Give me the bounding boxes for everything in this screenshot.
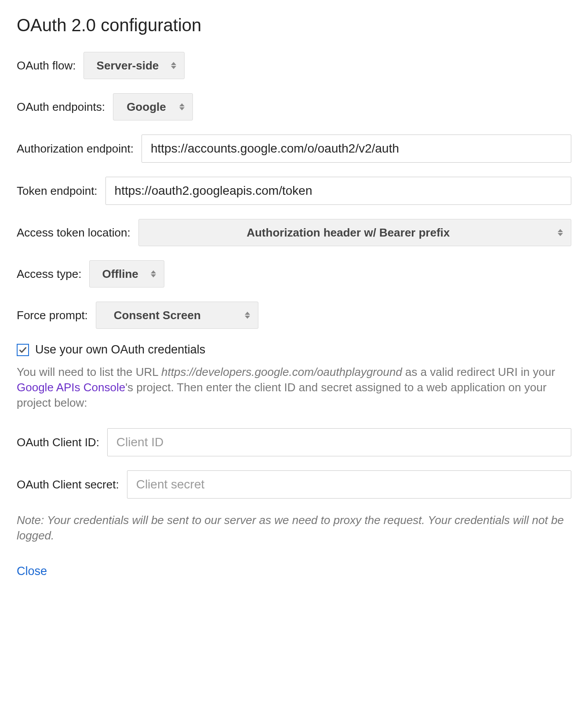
force-prompt-select[interactable]: Consent Screen: [96, 302, 258, 329]
oauth-endpoints-select[interactable]: Google: [113, 93, 193, 120]
access-type-label: Access type:: [17, 267, 81, 281]
note-text: Note: Your credentials will be sent to o…: [17, 513, 571, 543]
oauth-flow-label: OAuth flow:: [17, 59, 76, 73]
client-secret-input[interactable]: [127, 470, 571, 499]
client-id-input[interactable]: [107, 428, 571, 456]
chevron-updown-icon: [151, 270, 156, 277]
client-secret-label: OAuth Client secret:: [17, 478, 119, 492]
access-type-value: Offline: [102, 267, 138, 281]
help-text: You will need to list the URL https://de…: [17, 364, 571, 411]
token-location-select[interactable]: Authorization header w/ Bearer prefix: [138, 219, 571, 246]
token-endpoint-input[interactable]: [105, 177, 571, 205]
close-link[interactable]: Close: [17, 564, 47, 578]
google-apis-console-link[interactable]: Google APIs Console: [17, 381, 125, 394]
force-prompt-label: Force prompt:: [17, 309, 88, 322]
oauth-endpoints-label: OAuth endpoints:: [17, 100, 105, 114]
check-icon: [18, 346, 27, 354]
force-prompt-value: Consent Screen: [114, 309, 201, 322]
auth-endpoint-input[interactable]: [142, 135, 571, 163]
token-endpoint-label: Token endpoint:: [17, 184, 98, 198]
page-title: OAuth 2.0 configuration: [17, 15, 571, 35]
use-own-credentials-label: Use your own OAuth credentials: [35, 343, 205, 357]
use-own-credentials-checkbox[interactable]: [17, 344, 29, 356]
oauth-flow-select[interactable]: Server-side: [83, 52, 185, 79]
help-url: https://developers.google.com/oauthplayg…: [161, 365, 402, 379]
help-prefix: You will need to list the URL: [17, 365, 161, 379]
chevron-updown-icon: [558, 229, 563, 236]
chevron-updown-icon: [171, 62, 176, 69]
auth-endpoint-label: Authorization endpoint:: [17, 142, 134, 156]
token-location-label: Access token location:: [17, 226, 131, 240]
client-id-label: OAuth Client ID:: [17, 436, 99, 449]
chevron-updown-icon: [245, 312, 250, 319]
oauth-endpoints-value: Google: [127, 100, 166, 114]
token-location-value: Authorization header w/ Bearer prefix: [247, 226, 450, 240]
oauth-flow-value: Server-side: [97, 59, 159, 73]
help-mid: as a valid redirect URI in your: [402, 365, 555, 379]
chevron-updown-icon: [179, 103, 185, 110]
access-type-select[interactable]: Offline: [89, 260, 164, 288]
